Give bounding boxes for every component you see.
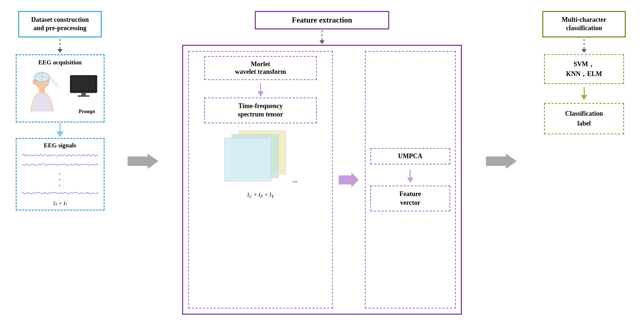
purple-right-arrow-icon — [339, 172, 359, 188]
blue-line-v — [60, 123, 61, 131]
diagram-wrapper: Dataset construction and pre-processing … — [0, 0, 644, 322]
morlet-box: Morlet wavelet transform — [204, 56, 317, 80]
svg-rect-11 — [72, 76, 96, 91]
eeg-signals-box: EEG signals ··· — [16, 138, 105, 211]
feature-right-panel: UMPCA Feature verctor — [365, 51, 456, 309]
col-classify: Multi-character classification SVM，KNN，E… — [535, 7, 633, 315]
classify-dashed-arrow — [581, 39, 587, 53]
timefreq-box: Time-frequency spectrum tensor — [204, 98, 317, 123]
tensor-sq-3 — [224, 138, 271, 182]
eeg-acquisition-box: EEG acquisition — [16, 54, 105, 123]
prompt-label: Prompt — [79, 109, 95, 115]
arrow-down-small-2 — [319, 40, 325, 44]
feature-col-inner: Feature extraction Morlet wavelet transf… — [177, 7, 467, 315]
purple-arrow-tri-2 — [407, 178, 414, 183]
umpca-box: UMPCA — [370, 148, 450, 164]
col-feature: Feature extraction Morlet wavelet transf… — [177, 7, 467, 315]
morlet-line2: wavelet transform — [235, 68, 286, 75]
feature-title: Feature extraction — [292, 16, 352, 24]
classify-col-inner: Multi-character classification SVM，KNN，E… — [535, 7, 633, 315]
class-label: Classificationlabel — [565, 110, 603, 127]
purple-arrow-2 — [407, 170, 414, 183]
classify-title-line2: classification — [566, 24, 602, 32]
green-arrow-tri — [581, 95, 587, 100]
blue-arrow-tri — [56, 131, 64, 137]
formula-tensor: IC × IF × IT — [247, 192, 274, 199]
purple-line-v-1 — [260, 83, 261, 91]
eeg-person-icon — [22, 71, 65, 115]
tensor-dots: ··· — [293, 178, 298, 186]
dashed-line-v-2 — [322, 30, 322, 40]
green-arrow-1 — [581, 87, 587, 100]
green-line-v — [584, 87, 585, 95]
svg-rect-12 — [81, 93, 86, 96]
arrow-right-1 — [126, 152, 159, 170]
dashed-line-v-1 — [60, 39, 60, 49]
tensor-squares: ··· — [217, 127, 304, 189]
morlet-line1: Morlet — [251, 60, 270, 68]
purple-line-v-2 — [410, 170, 411, 178]
dashed-arrow-1 — [57, 39, 63, 53]
col-dataset: Dataset construction and pre-processing … — [11, 7, 109, 315]
signal-lines-area: ··· — [21, 151, 99, 199]
arrow-down-small-3 — [581, 49, 587, 53]
svg-rect-13 — [78, 95, 89, 97]
dataset-title-line1: Dataset construction — [31, 16, 89, 23]
purple-arrow-right — [338, 51, 360, 309]
eeg-wave-3 — [21, 189, 99, 197]
svg-marker-15 — [339, 172, 359, 187]
monitor-icon — [69, 75, 98, 98]
feature-title-box: Feature extraction — [255, 11, 389, 29]
gray-right-arrow-1 — [128, 152, 158, 170]
gray-right-arrow-2 — [486, 152, 517, 170]
svg-line-8 — [50, 76, 59, 86]
arrow-right-2 — [485, 152, 518, 170]
dots-separator: ··· — [21, 171, 99, 188]
feature-outer-box: Morlet wavelet transform Time-frequency … — [182, 45, 462, 315]
svg-marker-16 — [486, 154, 517, 169]
feature-left-panel: Morlet wavelet transform Time-frequency … — [188, 51, 333, 309]
feature-vector-line2: verctor — [400, 199, 420, 206]
svm-box: SVM，KNN，ELM — [544, 54, 624, 84]
timefreq-line2: spectrum tensor — [238, 111, 283, 118]
eeg-wave-2 — [21, 161, 99, 169]
dataset-title-line2: and pre-processing — [33, 24, 86, 32]
svg-marker-14 — [128, 154, 158, 169]
purple-arrow-1 — [257, 83, 264, 96]
feature-dashed-arrow — [319, 30, 325, 44]
eeg-image-area: Prompt — [22, 69, 98, 116]
dashed-line-v-3 — [584, 39, 584, 49]
formula-ic-it: I₁ × Iₜ — [53, 200, 67, 207]
blue-arrow-section — [56, 123, 64, 137]
arrow-down-small-1 — [57, 49, 63, 53]
svg-point-6 — [34, 80, 36, 82]
classify-title-line1: Multi-character — [562, 16, 607, 23]
feature-vector-box: Feature verctor — [370, 186, 450, 211]
main-layout: Dataset construction and pre-processing … — [11, 7, 633, 315]
feature-vector-line1: Feature — [399, 190, 421, 198]
classify-title-box: Multi-character classification — [542, 11, 626, 37]
eeg-signals-label: EEG signals — [44, 142, 76, 149]
dataset-title-box: Dataset construction and pre-processing — [18, 11, 102, 37]
timefreq-line1: Time-frequency — [238, 102, 283, 110]
svg-line-9 — [50, 78, 59, 88]
umpca-label: UMPCA — [398, 152, 422, 160]
classify-label-box: Classificationlabel — [544, 103, 624, 134]
eeg-acq-label: EEG acquisition — [38, 59, 82, 66]
svm-label: SVM，KNN，ELM — [566, 60, 602, 77]
purple-arrow-tri-1 — [257, 91, 264, 96]
eeg-wave-1 — [21, 151, 99, 159]
